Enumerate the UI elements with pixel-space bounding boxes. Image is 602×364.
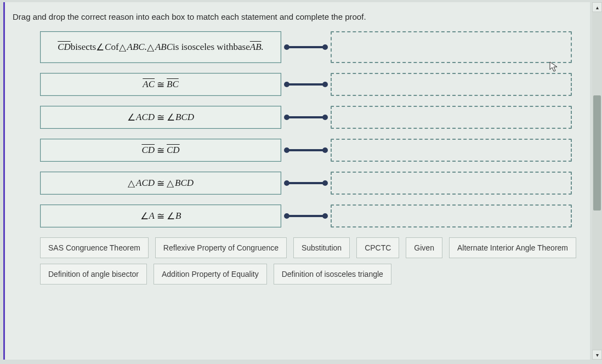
proof-row: CD ≅ CD: [40, 139, 577, 162]
page-container: Drag and drop the correct reason into ea…: [3, 2, 590, 360]
answer-choice[interactable]: Substitution: [293, 237, 350, 258]
svg-point-17: [322, 213, 328, 219]
proof-row: AC ≅ BC: [40, 73, 577, 96]
reason-dropzone[interactable]: [331, 204, 572, 228]
proof-row: ACD ≅ BCD: [40, 172, 577, 195]
connector-line: [281, 113, 331, 121]
answer-choice[interactable]: Addition Property of Equality: [154, 264, 267, 285]
reason-dropzone[interactable]: [331, 106, 572, 129]
scroll-up-button[interactable]: ▴: [592, 2, 602, 12]
svg-point-11: [322, 147, 328, 153]
reason-dropzone[interactable]: [331, 172, 572, 195]
svg-point-5: [322, 82, 328, 87]
vertical-scrollbar[interactable]: ▴ ▾: [592, 2, 602, 360]
proof-row: ACD ≅ BCD: [40, 106, 577, 129]
proof-table: CD bisects C of ABC. ABC is isosceles wi…: [40, 31, 577, 228]
reason-dropzone[interactable]: [331, 73, 572, 96]
scroll-down-button[interactable]: ▾: [592, 350, 602, 360]
answer-choice[interactable]: Definition of isosceles triangle: [274, 264, 391, 285]
connector-line: [281, 179, 331, 187]
proof-row: A ≅ B: [40, 204, 577, 228]
instruction-text: Drag and drop the correct reason into ea…: [13, 12, 582, 21]
reason-dropzone[interactable]: [331, 139, 572, 162]
answer-choice[interactable]: Alternate Interior Angle Theorem: [449, 237, 576, 258]
svg-point-2: [322, 44, 328, 50]
statement-box: A ≅ B: [40, 204, 281, 228]
answer-choice[interactable]: Reflexive Property of Congruence: [155, 237, 287, 258]
answer-choice[interactable]: Given: [406, 237, 442, 258]
scroll-thumb[interactable]: [593, 95, 601, 211]
svg-point-14: [322, 180, 328, 186]
statement-box: ACD ≅ BCD: [40, 172, 281, 195]
connector-line: [281, 146, 331, 154]
answer-bank: SAS Congruence TheoremReflexive Property…: [40, 237, 577, 285]
connector-line: [281, 81, 331, 88]
statement-box: CD bisects C of ABC. ABC is isosceles wi…: [40, 31, 281, 63]
connector-line: [281, 212, 331, 220]
statement-box: AC ≅ BC: [40, 73, 281, 96]
proof-row: CD bisects C of ABC. ABC is isosceles wi…: [40, 31, 577, 63]
answer-choice[interactable]: SAS Congruence Theorem: [40, 237, 149, 258]
svg-point-8: [322, 115, 328, 120]
connector-line: [281, 43, 331, 51]
reason-dropzone[interactable]: [331, 31, 572, 63]
statement-box: CD ≅ CD: [40, 139, 281, 162]
statement-box: ACD ≅ BCD: [40, 106, 281, 129]
answer-choice[interactable]: CPCTC: [356, 237, 399, 258]
answer-choice[interactable]: Definition of angle bisector: [40, 264, 147, 285]
